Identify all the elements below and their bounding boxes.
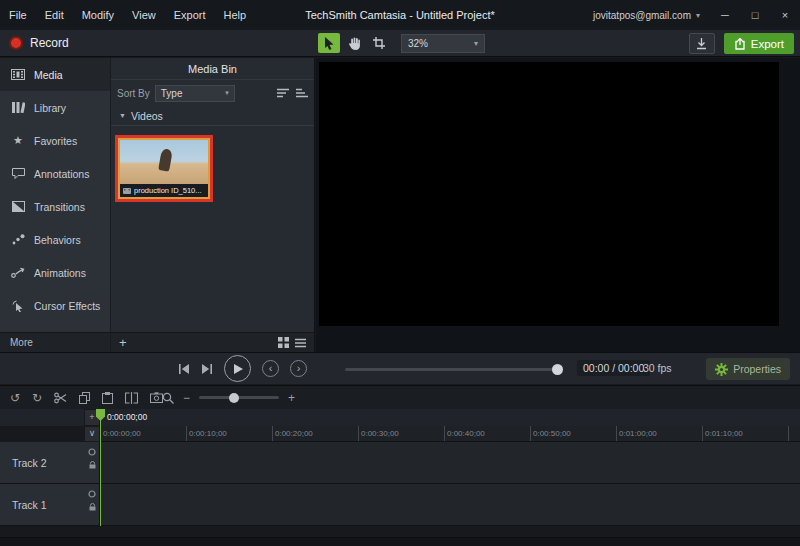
grid-view-button[interactable]	[278, 337, 289, 348]
record-icon	[9, 36, 23, 50]
collapse-triangle-icon: ▼	[119, 112, 126, 119]
lock-icon[interactable]	[89, 461, 96, 469]
zoom-out-button[interactable]: −	[183, 392, 190, 404]
menu-view[interactable]: View	[123, 0, 165, 30]
fps-display: 30 fps	[643, 362, 672, 374]
undo-button[interactable]: ↺	[10, 392, 20, 404]
sort-ascending-button[interactable]	[277, 88, 289, 98]
clip-thumbnail[interactable]	[120, 140, 208, 184]
account-menu[interactable]: jovitatpos@gmail.com ▾	[593, 10, 700, 21]
properties-button[interactable]: Properties	[706, 358, 790, 380]
canvas-area	[316, 58, 800, 352]
maximize-button[interactable]: □	[740, 0, 770, 30]
zoom-in-button[interactable]: +	[288, 392, 295, 404]
export-button[interactable]: Export	[724, 33, 794, 54]
pan-tool-button[interactable]	[343, 33, 365, 53]
sidebar-item-label: Media	[34, 69, 63, 81]
download-button[interactable]	[689, 33, 715, 54]
crop-tool-button[interactable]	[368, 33, 390, 53]
bounce-dots-icon	[10, 234, 26, 245]
minimize-button[interactable]: ─	[710, 0, 740, 30]
camtasia-window: File Edit Modify View Export Help TechSm…	[0, 0, 800, 546]
cut-button[interactable]	[54, 392, 67, 404]
sidebar-item-label: Library	[34, 102, 66, 114]
playhead-time: 0:00:00;00	[107, 412, 147, 422]
record-button[interactable]: Record	[9, 30, 69, 56]
sidebar-item-label: Annotations	[34, 168, 89, 180]
main-area: Media Library ★ Favorites Annotations	[0, 58, 800, 352]
sidebar-item-animations[interactable]: Animations	[0, 256, 110, 289]
sidebar-item-label: Animations	[34, 267, 86, 279]
export-actions: Export	[689, 33, 794, 54]
cursor-icon	[10, 300, 26, 312]
sort-descending-button[interactable]	[296, 88, 308, 98]
list-view-button[interactable]	[295, 338, 306, 348]
sidebar-item-cursor-effects[interactable]: Cursor Effects	[0, 289, 110, 322]
media-clip[interactable]: production ID_510...	[118, 138, 210, 199]
close-button[interactable]: ×	[770, 0, 800, 30]
sidebar-item-behaviors[interactable]: Behaviors	[0, 223, 110, 256]
track-toggle-icon[interactable]	[88, 448, 96, 456]
more-label: More	[10, 337, 33, 348]
tools-sidebar: Media Library ★ Favorites Annotations	[0, 58, 110, 352]
horizontal-scrollbar[interactable]	[0, 537, 800, 546]
canvas-zoom-dropdown[interactable]: 32% ▾	[401, 34, 485, 53]
library-icon	[10, 102, 26, 113]
menu-edit[interactable]: Edit	[36, 0, 73, 30]
add-media-button[interactable]: +	[119, 336, 127, 349]
sidebar-item-library[interactable]: Library	[0, 91, 110, 124]
track-name: Track 2	[12, 457, 47, 469]
redo-button[interactable]: ↻	[32, 392, 42, 404]
play-button[interactable]	[224, 355, 251, 382]
menu-export[interactable]: Export	[165, 0, 215, 30]
playhead-line[interactable]	[100, 409, 101, 526]
playback-bar: ‹ › 00:00 / 00:00 30 fps Properties	[0, 352, 800, 384]
ruler-tick: 0:00:10;00	[189, 429, 227, 438]
sidebar-item-label: Favorites	[34, 135, 77, 147]
seek-slider[interactable]	[345, 368, 563, 371]
sidebar-item-annotations[interactable]: Annotations	[0, 157, 110, 190]
timeline-toolbar: ↺ ↻ − +	[0, 385, 800, 409]
track-2-lane[interactable]	[100, 442, 800, 483]
timeline-zoom-controls: − +	[162, 386, 295, 409]
previous-frame-button[interactable]	[178, 363, 190, 375]
pointer-tool-button[interactable]	[318, 33, 340, 53]
lock-icon[interactable]	[89, 503, 96, 511]
track-toggle-icon[interactable]	[88, 490, 96, 498]
videos-section-header[interactable]: ▼ Videos	[111, 106, 314, 126]
download-icon	[696, 38, 707, 50]
timeline-zoom-slider[interactable]	[199, 396, 279, 399]
copy-button[interactable]	[79, 392, 90, 404]
record-label: Record	[30, 36, 69, 50]
track-1-lane[interactable]	[100, 484, 800, 525]
jump-forward-button[interactable]: ›	[290, 360, 307, 377]
menu-modify[interactable]: Modify	[73, 0, 123, 30]
track-height-collapse-button[interactable]: ∨	[84, 426, 100, 443]
media-clip-highlight[interactable]: production ID_510...	[115, 135, 213, 202]
split-button[interactable]	[125, 392, 138, 404]
sort-by-dropdown[interactable]: Type ▾	[155, 85, 235, 102]
zoom-slider-handle[interactable]	[229, 393, 239, 403]
ruler-tick: 0:00:00;00	[103, 429, 141, 438]
sidebar-more-button[interactable]: More	[0, 332, 110, 352]
jump-back-button[interactable]: ‹	[262, 360, 279, 377]
sidebar-item-label: Transitions	[34, 201, 85, 213]
top-toolbar: Record 32% ▾	[0, 30, 800, 57]
seek-handle[interactable]	[552, 364, 563, 375]
preview-canvas[interactable]	[319, 62, 779, 326]
paste-button[interactable]	[102, 392, 113, 404]
playback-controls: ‹ ›	[178, 353, 307, 384]
sidebar-item-favorites[interactable]: ★ Favorites	[0, 124, 110, 157]
media-bin-title: Media Bin	[111, 58, 314, 80]
clip-name: production ID_510...	[134, 186, 202, 195]
sidebar-item-media[interactable]: Media	[0, 58, 110, 91]
track-1-header[interactable]: Track 1	[0, 484, 100, 525]
timeline-ruler[interactable]: 0:00:00;00 0:00:10;00 0:00:20;00 0:00:30…	[100, 426, 800, 442]
sidebar-item-transitions[interactable]: Transitions	[0, 190, 110, 223]
sort-row: Sort By Type ▾	[111, 80, 314, 106]
menu-help[interactable]: Help	[215, 0, 256, 30]
menu-file[interactable]: File	[0, 0, 36, 30]
step-forward-button[interactable]	[201, 363, 213, 375]
track-2-header[interactable]: Track 2	[0, 442, 100, 483]
ruler-tick: 0:00:20;00	[275, 429, 313, 438]
